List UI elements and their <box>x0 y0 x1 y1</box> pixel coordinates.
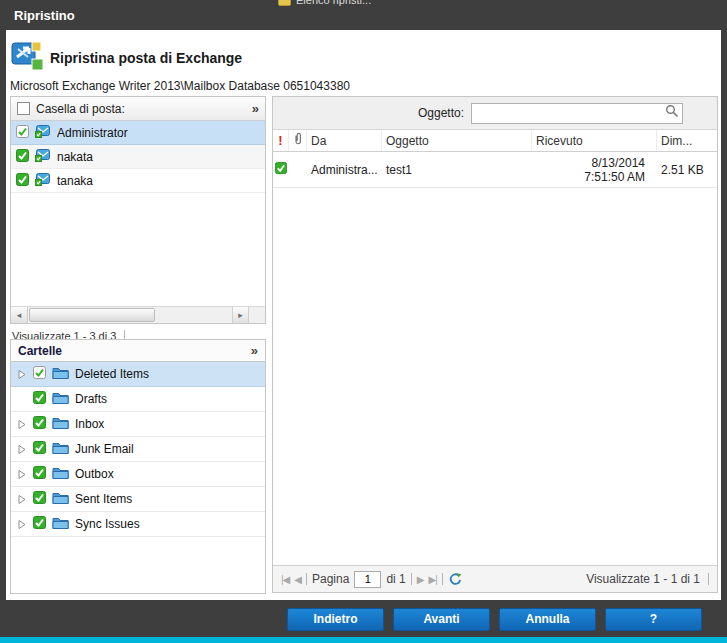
subject-search-input[interactable] <box>472 105 665 122</box>
mailbox-row[interactable]: nakata <box>11 145 265 169</box>
message-size: 2.51 KB <box>657 163 717 177</box>
folder-name: Drafts <box>75 392 107 406</box>
importance-icon: ! <box>278 133 282 148</box>
expand-arrow-icon[interactable] <box>16 420 27 429</box>
checkbox-checked-icon[interactable] <box>16 173 29 189</box>
folder-name: Junk Email <box>75 442 134 456</box>
folder-row[interactable]: Drafts <box>11 387 265 412</box>
column-header-attachment[interactable] <box>289 130 307 151</box>
folder-icon <box>52 441 69 457</box>
message-received: 8/13/2014 7:51:50 AM <box>532 156 657 184</box>
mailbox-icon <box>35 172 51 189</box>
mailbox-row[interactable]: Administrator <box>11 121 265 145</box>
bottom-accent-strip <box>0 637 727 643</box>
checkbox-checked-icon[interactable] <box>33 441 46 457</box>
next-page-icon[interactable]: ▶ <box>417 574 424 585</box>
restore-dialog: Ripristina posta di Exchange Microsoft E… <box>6 30 721 600</box>
checkbox-checked-icon[interactable] <box>33 391 46 407</box>
scroll-right-icon[interactable]: ▸ <box>232 307 249 323</box>
pagination-separator <box>411 573 412 585</box>
folder-name: Deleted Items <box>75 367 149 381</box>
message-checkbox-cell <box>273 162 289 177</box>
checkbox-partial-icon[interactable] <box>16 125 29 141</box>
checkbox-checked-icon[interactable] <box>33 491 46 507</box>
pagination-separator <box>708 573 709 585</box>
page-of-label: di 1 <box>386 572 405 586</box>
folder-row[interactable]: Deleted Items <box>11 362 265 387</box>
restore-window: Ripristino Elenco ripristi... Ripristina… <box>0 0 727 643</box>
column-header-importance[interactable]: ! <box>273 130 289 151</box>
mailbox-row[interactable]: tanaka <box>11 169 265 193</box>
messages-table-header: ! Da Oggetto Ricevuto Dim... <box>273 130 717 152</box>
cancel-button[interactable]: Annulla <box>499 608 596 631</box>
message-sender: Administra... <box>307 163 382 177</box>
checkbox-checked-icon[interactable] <box>33 466 46 482</box>
horizontal-scrollbar[interactable]: ◂ ▸ <box>11 306 265 323</box>
folder-row[interactable]: Outbox <box>11 462 265 487</box>
last-page-icon[interactable]: ▶| <box>428 574 436 585</box>
column-header-da[interactable]: Da <box>307 130 382 151</box>
checkbox-checked-icon[interactable] <box>33 416 46 432</box>
help-button[interactable]: ? <box>605 608 702 631</box>
search-label: Oggetto: <box>418 106 464 120</box>
folder-name: Sent Items <box>75 492 132 506</box>
expand-arrow-icon[interactable] <box>16 370 27 379</box>
select-all-mailboxes-checkbox[interactable] <box>17 102 30 115</box>
dialog-subtitle: Microsoft Exchange Writer 2013\Mailbox D… <box>10 79 350 93</box>
pagination-bar: |◀ ◀ Pagina di 1 ▶ ▶| Visualizzate 1 - 1… <box>273 565 717 592</box>
folder-icon <box>52 491 69 507</box>
folder-row[interactable]: Sync Issues <box>11 512 265 537</box>
messages-panel: Oggetto: ! Da Oggetto Ricevuto <box>272 96 718 593</box>
search-icon[interactable] <box>665 104 679 122</box>
folder-icon <box>52 366 69 382</box>
back-button[interactable]: Indietro <box>287 608 384 631</box>
column-header-ricevuto[interactable]: Ricevuto <box>532 130 657 151</box>
scrollbar-track[interactable] <box>28 307 232 323</box>
pagination-separator <box>442 573 443 585</box>
pagination-status: Visualizzate 1 - 1 di 1 <box>586 572 709 586</box>
column-header-dim[interactable]: Dim... <box>657 130 717 151</box>
collapse-folders-icon[interactable]: » <box>251 344 258 357</box>
messages-empty-area <box>273 188 717 565</box>
page-number-input[interactable] <box>354 571 381 588</box>
mailbox-panel-header: Casella di posta: » <box>11 97 265 121</box>
folders-panel-header: Cartelle » <box>11 340 265 362</box>
message-row[interactable]: Administra... test1 8/13/2014 7:51:50 AM… <box>273 152 717 188</box>
background-window-artifact: Elenco ripristi... <box>278 0 398 8</box>
column-header-oggetto[interactable]: Oggetto <box>382 130 532 151</box>
expand-arrow-icon[interactable] <box>16 520 27 529</box>
folder-icon <box>52 391 69 407</box>
expand-arrow-icon[interactable] <box>16 470 27 479</box>
folder-row[interactable]: Inbox <box>11 412 265 437</box>
folder-row[interactable]: Junk Email <box>11 437 265 462</box>
mailbox-panel-label: Casella di posta: <box>36 102 246 116</box>
folder-name: Inbox <box>75 417 104 431</box>
scroll-left-icon[interactable]: ◂ <box>11 307 28 323</box>
search-bar: Oggetto: <box>273 97 717 130</box>
checkbox-partial-icon[interactable] <box>33 366 46 382</box>
search-field-wrap <box>471 103 683 124</box>
folders-panel: Cartelle » Deleted Items Drafts Inbox <box>10 339 266 594</box>
refresh-icon[interactable] <box>448 572 463 587</box>
collapse-panel-icon[interactable]: » <box>252 102 259 115</box>
prev-page-icon[interactable]: ◀ <box>294 574 301 585</box>
mailbox-icon <box>35 124 51 141</box>
mailbox-panel: Casella di posta: » Administrator <box>10 96 266 324</box>
scrollbar-thumb[interactable] <box>29 308 155 322</box>
folder-name: Outbox <box>75 467 114 481</box>
expand-arrow-icon[interactable] <box>16 445 27 454</box>
checkbox-checked-icon[interactable] <box>33 516 46 532</box>
expand-arrow-icon[interactable] <box>16 495 27 504</box>
folder-row[interactable]: Sent Items <box>11 487 265 512</box>
window-title: Ripristino <box>14 8 75 23</box>
mailbox-list-empty-area <box>11 193 265 306</box>
next-button[interactable]: Avanti <box>393 608 490 631</box>
exchange-icon <box>10 40 44 76</box>
first-page-icon[interactable]: |◀ <box>281 574 289 585</box>
checkbox-checked-icon[interactable] <box>16 149 29 165</box>
folders-panel-title: Cartelle <box>18 344 251 358</box>
page-label: Pagina <box>312 572 349 586</box>
pagination-status-text: Visualizzate 1 - 1 di 1 <box>586 572 700 586</box>
folder-icon <box>52 516 69 532</box>
checkbox-checked-icon[interactable] <box>275 162 287 177</box>
